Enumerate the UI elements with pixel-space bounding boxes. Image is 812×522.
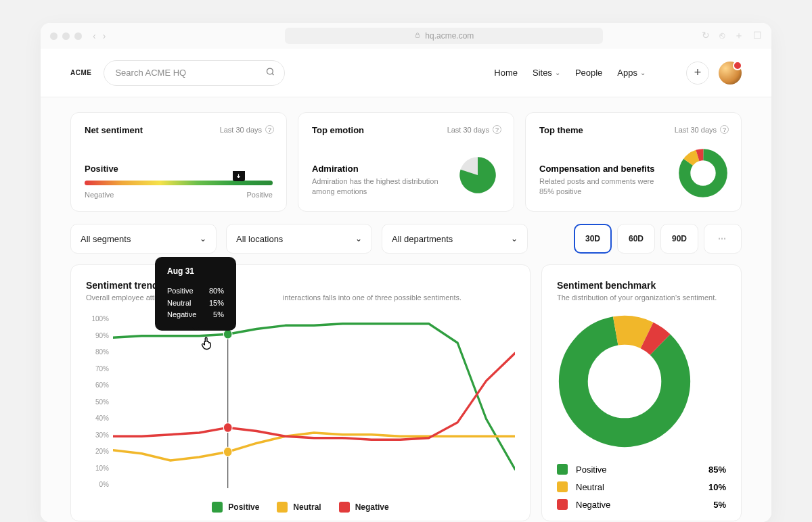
- top-emotion-desc: Admiration has the highest distribution …: [312, 176, 446, 197]
- legend-label: Negative: [355, 502, 389, 512]
- nav-people-label: People: [575, 68, 602, 78]
- net-sentiment-bar: [85, 181, 273, 185]
- legend-label: Negative: [576, 500, 610, 510]
- tooltip-row: Positive80%: [167, 285, 224, 298]
- nav-people[interactable]: People: [575, 68, 602, 78]
- help-icon[interactable]: ?: [720, 125, 729, 134]
- search-wrap: [104, 60, 285, 86]
- filter-departments-label: All departments: [392, 234, 453, 244]
- app-header: ACME Home Sites⌄ People Apps⌄ +: [41, 49, 771, 97]
- top-emotion-pie: [455, 153, 500, 197]
- logo[interactable]: ACME: [70, 69, 91, 76]
- legend-label: Positive: [228, 502, 259, 512]
- window-max-dot[interactable]: [74, 32, 82, 40]
- top-theme-desc: Related posts and comments were 85% posi…: [539, 176, 669, 197]
- top-theme-donut: [679, 149, 727, 197]
- range-30d-label: 30D: [585, 234, 600, 243]
- filter-segments-label: All segments: [81, 234, 131, 244]
- ns-axis-labels: Negative Positive: [85, 191, 273, 199]
- browser-right-icons: ↻ ⎋ ＋ ☐: [702, 30, 762, 42]
- svg-point-7: [223, 329, 232, 339]
- trend-legend: Positive Neutral Negative: [71, 502, 530, 513]
- swatch-neutral: [557, 481, 568, 492]
- filter-locations-label: All locations: [236, 234, 283, 244]
- last30-label: Last 30 days ?: [220, 125, 274, 134]
- forward-icon[interactable]: ›: [103, 30, 106, 41]
- trend-tooltip: Aug 31 Positive80% Neutral15% Negative5%: [155, 257, 236, 331]
- search-input[interactable]: [104, 60, 285, 86]
- newtab-icon[interactable]: ＋: [734, 30, 744, 42]
- avatar[interactable]: [719, 62, 742, 85]
- benchmark-desc: The distribution of your organization's …: [557, 293, 726, 302]
- browser-window: ‹ › hq.acme.com ↻ ⎋ ＋ ☐ ACME Home Sites⌄…: [41, 23, 771, 522]
- trend-chart-svg: [113, 315, 515, 488]
- filter-segments[interactable]: All segments ⌄: [70, 224, 217, 254]
- range-30d[interactable]: 30D: [574, 224, 612, 254]
- nav-apps-label: Apps: [617, 68, 637, 78]
- svg-point-9: [223, 423, 232, 432]
- search-icon[interactable]: [265, 66, 275, 79]
- panels-row: Sentiment trend Overall employee attitud…: [70, 264, 742, 521]
- back-icon[interactable]: ‹: [93, 30, 96, 41]
- tooltip-row: Negative5%: [167, 309, 224, 321]
- chevron-down-icon: ⌄: [640, 69, 646, 76]
- trend-title: Sentiment trend: [86, 280, 515, 291]
- chevron-down-icon: ⌄: [200, 234, 206, 243]
- url-bar[interactable]: hq.acme.com: [285, 28, 603, 44]
- chevron-down-icon: ⌄: [555, 69, 560, 76]
- plot-area[interactable]: [113, 315, 515, 488]
- nav-sites[interactable]: Sites⌄: [533, 68, 560, 78]
- lock-icon: [414, 31, 421, 41]
- range-90d[interactable]: 90D: [660, 224, 698, 254]
- card-net-sentiment: Net sentiment Last 30 days ? Positive Ne…: [70, 112, 287, 212]
- traffic-lights: [50, 32, 82, 40]
- svg-point-8: [223, 447, 232, 456]
- legend-row-neutral: Neutral10%: [557, 481, 726, 492]
- range-60d[interactable]: 60D: [617, 224, 655, 254]
- window-close-dot[interactable]: [50, 32, 58, 40]
- help-icon[interactable]: ?: [265, 125, 274, 134]
- filter-departments[interactable]: All departments ⌄: [382, 224, 528, 254]
- svg-point-1: [267, 68, 273, 74]
- reload-icon[interactable]: ↻: [702, 30, 710, 42]
- legend-negative: Negative: [339, 502, 389, 513]
- nav-home-label: Home: [494, 68, 518, 78]
- range-more[interactable]: ⋯: [704, 224, 742, 254]
- window-min-dot[interactable]: [62, 32, 70, 40]
- benchmark-title: Sentiment benchmark: [557, 280, 726, 291]
- nav-apps[interactable]: Apps⌄: [617, 68, 646, 78]
- legend-pct: 10%: [708, 482, 726, 492]
- benchmark-donut: [557, 314, 692, 449]
- share-icon[interactable]: ⎋: [719, 30, 725, 42]
- pos-axis-label: Positive: [246, 191, 273, 199]
- trend-desc-right: interactions falls into one of three pos…: [283, 293, 461, 302]
- filters-row: All segments ⌄ All locations ⌄ All depar…: [70, 224, 742, 254]
- last30-label: Last 30 days ?: [447, 125, 501, 134]
- sentiment-marker-icon: [233, 171, 245, 181]
- svg-point-5: [685, 155, 722, 192]
- tooltip-row: Neutral15%: [167, 298, 224, 310]
- svg-rect-0: [415, 35, 420, 38]
- top-theme-heading: Compensation and benefits: [539, 164, 669, 174]
- panel-sentiment-trend: Sentiment trend Overall employee attitud…: [70, 264, 531, 521]
- swatch-negative: [557, 499, 568, 510]
- tooltip-label: Neutral: [167, 298, 191, 310]
- range-group: 30D 60D 90D ⋯: [574, 224, 742, 254]
- panel-benchmark: Sentiment benchmark The distribution of …: [541, 264, 742, 521]
- nav-home[interactable]: Home: [494, 68, 518, 78]
- last30-text: Last 30 days: [220, 126, 262, 134]
- content: Net sentiment Last 30 days ? Positive Ne…: [41, 97, 771, 522]
- swatch-positive: [212, 502, 223, 513]
- tooltip-date: Aug 31: [167, 266, 224, 276]
- legend-row-negative: Negative5%: [557, 499, 726, 510]
- tabs-icon[interactable]: ☐: [753, 30, 762, 42]
- trend-plot: 100%90%80%70%60%50%40%30%20%10%0%: [86, 315, 515, 488]
- add-button[interactable]: +: [686, 62, 709, 85]
- help-icon[interactable]: ?: [493, 125, 501, 134]
- filter-locations[interactable]: All locations ⌄: [226, 224, 372, 254]
- trend-desc: Overall employee attitude interactions f…: [86, 293, 515, 302]
- nav-links: Home Sites⌄ People Apps⌄: [494, 68, 646, 78]
- header-actions: +: [686, 62, 742, 85]
- tooltip-value: 15%: [209, 298, 224, 310]
- tooltip-label: Positive: [167, 285, 194, 298]
